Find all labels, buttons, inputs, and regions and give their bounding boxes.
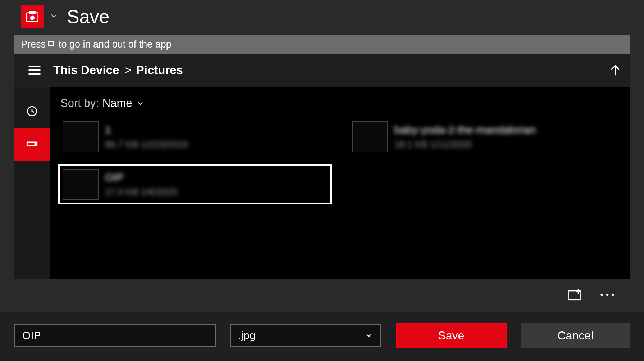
new-folder-button[interactable] (566, 287, 582, 304)
menu-button[interactable] (19, 54, 50, 87)
file-subtext: 86.7 KB 12/23/2019 (105, 139, 188, 150)
file-thumbnail (352, 121, 388, 152)
svg-point-15 (600, 294, 603, 296)
more-button[interactable] (599, 287, 615, 304)
up-button[interactable] (601, 54, 630, 87)
window-switch-icon (48, 41, 56, 48)
file-name: 1 (105, 124, 188, 136)
hint-prefix: Press (21, 39, 46, 50)
rail-item-recent[interactable] (14, 95, 50, 128)
extension-value: .jpg (238, 329, 255, 342)
svg-point-17 (612, 294, 614, 296)
sort-label: Sort by: (60, 97, 99, 110)
file-meta: OIP17.0 KB 1/6/2020 (105, 171, 177, 198)
file-item[interactable]: 186.7 KB 12/23/2019 (58, 117, 332, 157)
page-title: Save (67, 6, 110, 27)
cancel-button[interactable]: Cancel (521, 323, 630, 348)
file-meta: baby-yoda-2-the-mandalorian18.1 KB 1/11/… (394, 124, 536, 150)
svg-point-16 (606, 294, 609, 296)
sort-value: Name (102, 97, 132, 110)
file-meta: 186.7 KB 12/23/2019 (105, 124, 188, 150)
chevron-down-icon[interactable] (49, 11, 59, 22)
file-item[interactable]: OIP17.0 KB 1/6/2020 (58, 164, 332, 204)
file-name: OIP (105, 171, 177, 184)
extension-select[interactable]: .jpg (230, 324, 381, 347)
svg-rect-11 (28, 143, 35, 145)
sidebar-rail (14, 87, 50, 279)
filename-input[interactable] (14, 324, 216, 347)
breadcrumb-separator: > (124, 63, 131, 77)
save-button[interactable]: Save (396, 323, 507, 348)
hint-suffix: to go in and out of the app (59, 39, 172, 50)
svg-point-2 (30, 15, 35, 20)
breadcrumb-root[interactable]: This Device (53, 63, 119, 77)
chevron-down-icon (365, 331, 373, 340)
file-name: baby-yoda-2-the-mandalorian (394, 124, 536, 136)
file-subtext: 18.1 KB 1/11/2020 (394, 139, 536, 150)
hint-bar: Press to go in and out of the app (14, 35, 630, 54)
rail-item-this-device[interactable] (14, 128, 50, 161)
breadcrumb-current[interactable]: Pictures (136, 63, 183, 77)
breadcrumb[interactable]: This Device > Pictures (50, 63, 183, 77)
file-item[interactable]: baby-yoda-2-the-mandalorian18.1 KB 1/11/… (348, 117, 621, 157)
file-subtext: 17.0 KB 1/6/2020 (105, 186, 177, 198)
svg-rect-1 (29, 11, 36, 14)
file-thumbnail (63, 169, 99, 200)
app-icon[interactable] (21, 5, 44, 28)
sort-control[interactable]: Sort by: Name (58, 94, 621, 117)
file-thumbnail (63, 121, 99, 152)
chevron-down-icon (136, 99, 145, 108)
